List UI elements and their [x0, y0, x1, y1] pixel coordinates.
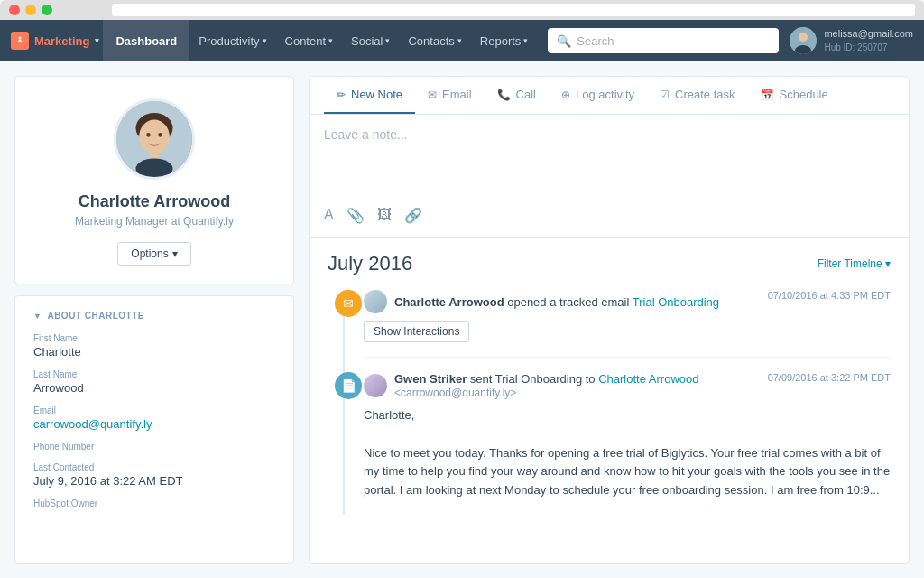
tab-new-note[interactable]: ✏ New Note — [324, 77, 415, 114]
close-button[interactable] — [9, 5, 20, 15]
filter-timeline-button[interactable]: Filter Timelne ▾ — [818, 257, 891, 270]
brand-chevron: ▾ — [95, 36, 99, 45]
link-icon[interactable]: 🔗 — [404, 207, 422, 224]
about-chevron: ▼ — [33, 312, 42, 321]
svg-point-7 — [158, 133, 162, 137]
note-placeholder[interactable]: Leave a note... — [324, 127, 894, 200]
productivity-chevron: ▾ — [263, 36, 267, 45]
minimize-button[interactable] — [25, 5, 36, 15]
profile-avatar — [114, 98, 195, 180]
nav-item-content[interactable]: Content ▾ — [276, 20, 343, 61]
email-icon: ✉ — [428, 89, 437, 101]
search-icon: 🔍 — [557, 34, 571, 48]
call-icon: 📞 — [497, 89, 511, 101]
content-chevron: ▾ — [328, 36, 333, 45]
user-info: melissa@gmail.com Hub ID: 250707 — [824, 27, 913, 53]
note-area[interactable]: Leave a note... A 📎 🖼 🔗 — [310, 115, 909, 238]
nav-item-reports[interactable]: Reports ▾ — [471, 20, 538, 61]
hubspot-icon — [11, 32, 29, 50]
timeline-dot-doc: 📄 — [335, 372, 362, 399]
contacts-chevron: ▾ — [457, 36, 462, 45]
main-content: Charlotte Arrowood Marketing Manager at … — [0, 61, 924, 578]
timeline-timestamp-2: 07/09/2016 at 3:22 PM EDT — [768, 372, 891, 383]
timeline-avatar-charlotte — [364, 290, 387, 313]
create-task-icon: ☑ — [660, 89, 670, 101]
tab-email[interactable]: ✉ Email — [415, 77, 485, 114]
search-placeholder: Search — [577, 34, 614, 48]
maximize-button[interactable] — [42, 5, 52, 15]
about-card: ▼ ABOUT CHARLOTTE First Name Charlotte L… — [14, 295, 294, 564]
nav-item-contacts[interactable]: Contacts ▾ — [399, 20, 470, 61]
timeline-line — [343, 290, 345, 515]
trial-onboarding-link-1[interactable]: Trial Onboarding — [633, 295, 719, 309]
tab-call[interactable]: 📞 Call — [485, 77, 549, 114]
user-menu[interactable]: melissa@gmail.com Hub ID: 250707 — [790, 27, 913, 54]
options-chevron: ▾ — [172, 247, 178, 260]
field-hubspot-owner: HubSpot Owner — [33, 499, 275, 508]
new-note-icon: ✏ — [337, 89, 346, 101]
charlotte-link[interactable]: Charlotte Arrowood — [598, 372, 698, 386]
avatar — [790, 27, 817, 54]
dashboard-link[interactable]: Dashboard — [103, 20, 189, 61]
svg-rect-8 — [150, 152, 158, 158]
svg-point-6 — [146, 133, 151, 137]
user-email: melissa@gmail.com — [824, 27, 913, 41]
field-phone: Phone Number — [33, 442, 275, 452]
timeline-timestamp-1: 07/10/2016 at 4:33 PM EDT — [768, 290, 891, 301]
timeline-avatar-gwen — [364, 374, 387, 397]
timeline-desc-2: Gwen Striker sent Trial Onboarding to Ch… — [394, 372, 761, 399]
image-icon[interactable]: 🖼 — [377, 207, 392, 224]
profile-title: Marketing Manager at Quantify.ly — [75, 215, 234, 228]
svg-point-5 — [139, 120, 170, 154]
brand-logo[interactable]: Marketing ▾ — [11, 32, 99, 50]
svg-point-9 — [135, 158, 172, 178]
field-email[interactable]: Email carrowood@quantify.ly — [33, 406, 275, 431]
schedule-icon: 📅 — [761, 89, 774, 101]
left-panel: Charlotte Arrowood Marketing Manager at … — [14, 76, 294, 564]
url-bar[interactable] — [112, 4, 915, 16]
brand-label: Marketing — [34, 34, 89, 48]
field-first-name: First Name Charlotte — [33, 333, 275, 359]
right-panel: ✏ New Note ✉ Email 📞 Call ⊕ Log activity… — [309, 76, 910, 564]
search-bar[interactable]: 🔍 Search — [548, 28, 779, 53]
nav-item-social[interactable]: Social ▾ — [342, 20, 399, 61]
reports-chevron: ▾ — [523, 36, 528, 45]
profile-card: Charlotte Arrowood Marketing Manager at … — [14, 76, 294, 284]
tab-schedule[interactable]: 📅 Schedule — [748, 77, 841, 114]
timeline-month: July 2016 — [328, 252, 412, 275]
social-chevron: ▾ — [385, 36, 390, 45]
timeline-header: July 2016 Filter Timelne ▾ — [328, 252, 891, 275]
text-format-icon[interactable]: A — [324, 207, 334, 224]
timeline-area: July 2016 Filter Timelne ▾ ✉ — [310, 238, 909, 563]
user-hub: Hub ID: 250707 — [824, 42, 913, 54]
profile-name: Charlotte Arrowood — [79, 192, 230, 211]
show-interactions-button[interactable]: Show Interactions — [364, 321, 469, 342]
timeline-desc-1: Charlotte Arrowood opened a tracked emai… — [394, 295, 761, 309]
svg-point-1 — [799, 33, 808, 42]
timeline-list: ✉ Charlotte Arrowood opened a tracked em… — [328, 290, 891, 515]
title-bar — [0, 0, 924, 20]
tab-create-task[interactable]: ☑ Create task — [647, 77, 747, 114]
nav-item-productivity[interactable]: Productivity ▾ — [189, 20, 275, 61]
attachment-icon[interactable]: 📎 — [346, 207, 365, 224]
tab-log-activity[interactable]: ⊕ Log activity — [549, 77, 647, 114]
about-header: ▼ ABOUT CHARLOTTE — [33, 311, 275, 321]
tab-bar: ✏ New Note ✉ Email 📞 Call ⊕ Log activity… — [310, 77, 909, 115]
field-last-name: Last Name Arrowood — [33, 369, 275, 395]
note-toolbar: A 📎 🖼 🔗 — [324, 200, 894, 224]
timeline-item-email-open: ✉ Charlotte Arrowood opened a tracked em… — [364, 290, 891, 358]
field-last-contacted: Last Contacted July 9, 2016 at 3:22 AM E… — [33, 462, 275, 488]
log-activity-icon: ⊕ — [561, 89, 570, 101]
timeline-item-email-sent: 📄 Gwen Striker sent Trial Onboarding to — [364, 372, 891, 515]
timeline-dot-email: ✉ — [335, 290, 362, 317]
options-button[interactable]: Options ▾ — [117, 242, 190, 266]
email-body-preview: Charlotte, Nice to meet you today. Thank… — [364, 406, 891, 500]
navbar: Marketing ▾ Dashboard Productivity ▾ Con… — [0, 20, 924, 61]
